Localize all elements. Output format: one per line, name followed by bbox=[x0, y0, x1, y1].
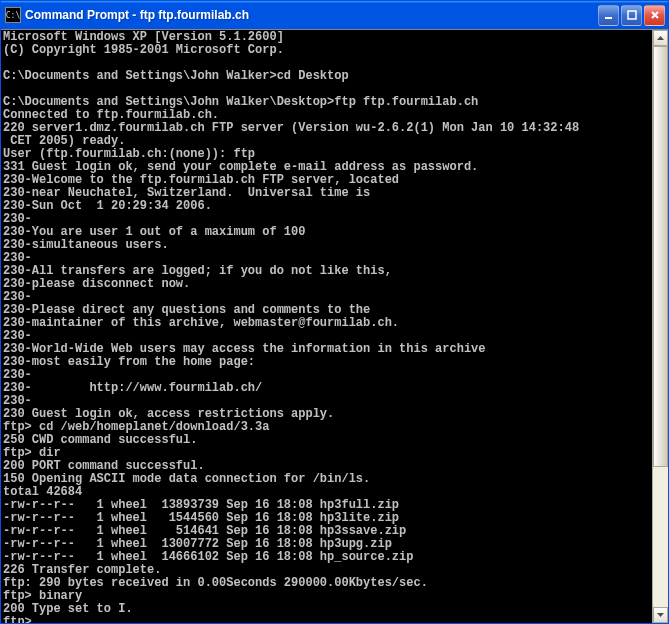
titlebar[interactable]: C:\ Command Prompt - ftp ftp.fourmilab.c… bbox=[1, 1, 668, 29]
close-button[interactable] bbox=[644, 5, 665, 26]
vertical-scrollbar[interactable] bbox=[652, 30, 668, 623]
maximize-button[interactable] bbox=[621, 5, 642, 26]
app-icon: C:\ bbox=[5, 7, 21, 23]
terminal-output[interactable]: Microsoft Windows XP [Version 5.1.2600] … bbox=[1, 30, 652, 623]
svg-rect-0 bbox=[605, 17, 612, 19]
svg-rect-1 bbox=[628, 11, 636, 19]
window-title: Command Prompt - ftp ftp.fourmilab.ch bbox=[25, 8, 598, 22]
minimize-button[interactable] bbox=[598, 5, 619, 26]
window-controls bbox=[598, 5, 665, 26]
scroll-down-button[interactable] bbox=[653, 607, 668, 623]
scroll-thumb[interactable] bbox=[653, 46, 668, 467]
client-area: Microsoft Windows XP [Version 5.1.2600] … bbox=[1, 29, 668, 623]
scroll-up-button[interactable] bbox=[653, 30, 668, 46]
scroll-track[interactable] bbox=[653, 46, 668, 607]
